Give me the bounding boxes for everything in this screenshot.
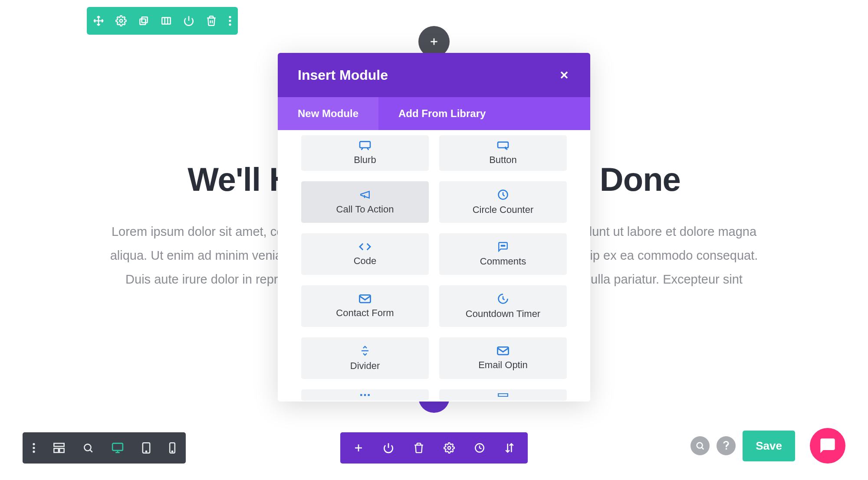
module-label: Divider	[350, 360, 380, 372]
module-comments[interactable]: Comments	[439, 233, 567, 275]
svg-line-34	[90, 450, 92, 452]
module-label: Call To Action	[336, 204, 394, 215]
svg-rect-2	[142, 17, 148, 23]
partial-icon	[359, 393, 371, 397]
trash-icon[interactable]	[206, 15, 217, 26]
modal-title: Insert Module	[298, 67, 388, 83]
svg-rect-1	[140, 19, 145, 25]
svg-point-0	[120, 20, 123, 23]
svg-point-27	[33, 443, 35, 445]
blurb-icon	[358, 140, 372, 151]
divider-icon	[360, 345, 370, 357]
tablet-icon[interactable]	[141, 442, 151, 454]
cta-icon	[359, 189, 371, 200]
svg-point-9	[229, 23, 231, 26]
more-vertical-icon[interactable]	[32, 442, 36, 454]
svg-point-49	[697, 443, 703, 448]
module-partial-next-left[interactable]	[301, 389, 429, 401]
insert-module-modal: Insert Module New Module Add From Librar…	[278, 53, 590, 402]
module-contact-form[interactable]: Contact Form	[301, 285, 429, 327]
svg-point-7	[229, 16, 231, 18]
save-button[interactable]: Save	[743, 431, 795, 461]
module-label: Comments	[480, 256, 526, 267]
sort-icon[interactable]	[504, 442, 515, 454]
tab-new-module[interactable]: New Module	[278, 97, 378, 130]
countdown-icon	[497, 293, 509, 305]
modal-body: Blurb Button Call To Action Circle Count…	[278, 130, 590, 402]
svg-rect-3	[162, 17, 171, 24]
module-divider[interactable]: Divider	[301, 337, 429, 379]
svg-point-41	[172, 451, 173, 452]
desktop-icon[interactable]	[111, 442, 124, 454]
module-blurb[interactable]: Blurb	[301, 135, 429, 171]
button-icon	[496, 140, 510, 151]
tab-add-from-library[interactable]: Add From Library	[378, 97, 506, 130]
svg-rect-14	[360, 141, 370, 147]
code-icon	[358, 242, 372, 252]
circle-counter-icon	[497, 189, 509, 201]
bottom-right-actions: Save	[690, 428, 845, 464]
help-button[interactable]	[717, 436, 736, 455]
svg-rect-30	[54, 444, 64, 447]
svg-rect-24	[364, 394, 366, 396]
search-icon[interactable]	[82, 442, 94, 454]
module-label: Circle Counter	[473, 204, 534, 216]
close-icon[interactable]	[558, 69, 570, 81]
page-actions-toolbar	[340, 432, 528, 464]
module-label: Countdown Timer	[466, 308, 540, 320]
module-label: Contact Form	[336, 307, 394, 319]
module-code[interactable]: Code	[301, 233, 429, 275]
power-icon[interactable]	[183, 15, 194, 26]
comments-icon	[497, 241, 509, 252]
module-label: Blurb	[354, 154, 376, 166]
module-button[interactable]: Button	[439, 135, 567, 171]
svg-line-50	[702, 447, 704, 450]
module-call-to-action[interactable]: Call To Action	[301, 181, 429, 223]
svg-rect-23	[360, 394, 362, 396]
modal-header: Insert Module	[278, 53, 590, 97]
svg-point-19	[504, 245, 505, 246]
svg-rect-20	[360, 295, 371, 303]
svg-point-39	[146, 451, 147, 452]
phone-icon[interactable]	[168, 442, 176, 454]
section-toolbar	[87, 7, 238, 35]
contact-form-icon	[358, 294, 372, 304]
columns-icon[interactable]	[161, 15, 172, 26]
more-icon[interactable]	[228, 15, 232, 26]
svg-point-45	[448, 447, 451, 450]
power-icon[interactable]	[383, 442, 394, 454]
gear-icon[interactable]	[115, 15, 127, 26]
module-partial-next-right[interactable]	[439, 389, 567, 401]
svg-rect-25	[368, 394, 370, 396]
partial-icon	[497, 393, 509, 397]
svg-rect-15	[498, 142, 508, 148]
gear-icon[interactable]	[444, 442, 455, 454]
svg-point-28	[33, 447, 35, 449]
clock-icon[interactable]	[474, 442, 485, 454]
trash-icon[interactable]	[413, 442, 424, 454]
modal-tabs: New Module Add From Library	[278, 97, 590, 130]
plus-icon[interactable]	[353, 443, 364, 453]
module-countdown-timer[interactable]: Countdown Timer	[439, 285, 567, 327]
module-label: Code	[354, 255, 377, 267]
svg-rect-35	[112, 443, 123, 451]
module-grid: Blurb Button Call To Action Circle Count…	[301, 135, 567, 401]
responsive-toolbar	[23, 432, 186, 464]
svg-point-29	[33, 451, 35, 453]
module-label: Email Optin	[478, 359, 528, 371]
svg-rect-31	[54, 448, 58, 452]
svg-point-18	[503, 245, 503, 246]
wireframe-icon[interactable]	[53, 442, 65, 454]
duplicate-icon[interactable]	[138, 15, 149, 26]
svg-point-8	[229, 20, 231, 22]
module-email-optin[interactable]: Email Optin	[439, 337, 567, 379]
module-circle-counter[interactable]: Circle Counter	[439, 181, 567, 223]
svg-rect-32	[59, 448, 64, 452]
move-icon[interactable]	[93, 15, 104, 26]
search-button[interactable]	[690, 436, 710, 455]
svg-rect-26	[498, 394, 508, 397]
svg-point-17	[501, 245, 502, 246]
svg-point-33	[84, 444, 91, 451]
chat-icon[interactable]	[810, 428, 845, 464]
module-label: Button	[489, 154, 517, 166]
